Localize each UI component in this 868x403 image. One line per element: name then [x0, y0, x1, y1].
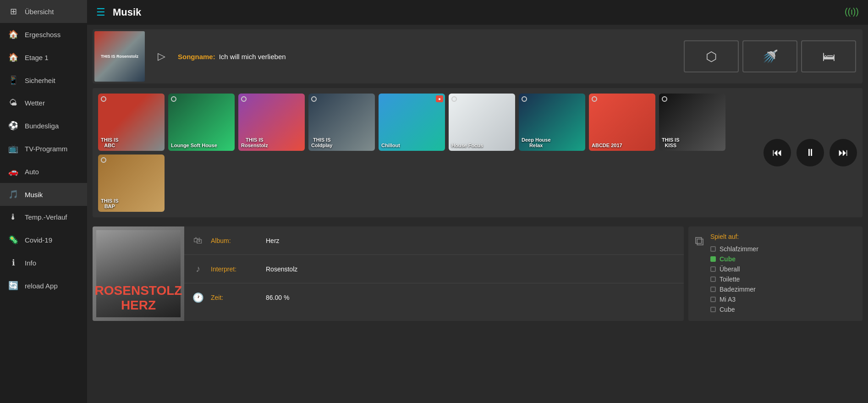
playlist-card-6[interactable]: Deep HouseRelax [519, 94, 585, 151]
playlist-card-4[interactable]: ●Chillout [379, 94, 445, 151]
spielt-room-3[interactable]: Toilette [710, 274, 856, 284]
spielt-room-6[interactable]: Cube [710, 304, 856, 315]
playlist-card-7[interactable]: ABCDE 2017 [589, 94, 655, 151]
transport-controls: ⏮ ⏸ ⏭ [764, 139, 857, 166]
playlist-card-8[interactable]: THIS ISKISS [659, 94, 725, 151]
page-title: Musik [113, 6, 141, 18]
sidebar-item-info[interactable]: ℹInfo [0, 251, 87, 274]
playlist-card-1[interactable]: Lounge Soft House [168, 94, 235, 151]
album-label: Album: [211, 237, 266, 244]
playlist-grid: THIS ISABCLounge Soft HouseTHIS ISRosens… [98, 94, 755, 212]
pause-button[interactable]: ⏸ [797, 139, 824, 166]
spielt-dot-4 [710, 287, 716, 292]
track-row-zeit: 🕐 Zeit: 86.00 % [184, 283, 684, 312]
track-cover: ROSENSTOLZ HERZ [93, 226, 184, 321]
sidebar-icon-11: ℹ [8, 258, 18, 268]
sidebar-item-musik[interactable]: 🎵Musik [0, 183, 87, 206]
spielt-list: SchlafzimmerCubeÜberallToiletteBadezimme… [710, 244, 856, 315]
spielt-dot-2 [710, 266, 716, 272]
header: ☰ Musik ((ι)) [87, 0, 868, 25]
interpret-value: Rosenstolz [266, 265, 297, 273]
playlist-card-5[interactable]: House Focus [449, 94, 515, 151]
track-details: 🛍 Album: Herz ♪ Interpret: Rosenstolz 🕐 … [184, 226, 684, 321]
track-info-card: ROSENSTOLZ HERZ 🛍 Album: Herz ♪ Interpre… [93, 226, 684, 321]
sidebar-icon-7: 🚗 [8, 166, 18, 177]
sidebar-item-reloadapp[interactable]: 🔄reload App [0, 274, 87, 297]
sidebar-item-wetter[interactable]: 🌤Wetter [0, 92, 87, 114]
interpret-label: Interpret: [211, 265, 266, 273]
spielt-room-1[interactable]: Cube [710, 254, 856, 264]
spielt-label: Spielt auf: [710, 233, 856, 240]
wifi-icon: ((ι)) [845, 6, 859, 17]
room-buttons: ⬡ 🚿 🛏 [684, 40, 856, 72]
spielt-room-5[interactable]: Mi A3 [710, 294, 856, 304]
playlist-card-3[interactable]: THIS ISColdplay [308, 94, 375, 151]
play-button[interactable]: ▷ [152, 47, 170, 66]
sidebar-item-sicherheit[interactable]: 📱Sicherheit [0, 69, 87, 92]
spielt-room-4[interactable]: Badezimmer [710, 284, 856, 294]
song-info: Songname: Ich will mich verlieben [178, 53, 676, 61]
sidebar-item-auto[interactable]: 🚗Auto [0, 160, 87, 183]
main-content: ☰ Musik ((ι)) THIS IS Rosenstolz ▷ Songn… [87, 0, 868, 403]
prev-button[interactable]: ⏮ [764, 139, 791, 166]
sidebar-icon-5: ⚽ [8, 121, 18, 131]
album-icon: 🛍 [192, 235, 204, 246]
spielt-dot-3 [710, 276, 716, 282]
sidebar-icon-1: 🏠 [8, 29, 18, 39]
sidebar-icon-6: 📺 [8, 144, 18, 154]
sidebar-item-tempverlauf[interactable]: 🌡Temp.-Verlauf [0, 206, 87, 228]
bottom-section: ROSENSTOLZ HERZ 🛍 Album: Herz ♪ Interpre… [93, 226, 863, 321]
spielt-auf-card: ⧉ Spielt auf: SchlafzimmerCubeÜberallToi… [688, 226, 863, 321]
sidebar-item-bersicht[interactable]: ⊞Übersicht [0, 0, 87, 23]
spielt-room-2[interactable]: Überall [710, 264, 856, 274]
spielt-content: Spielt auf: SchlafzimmerCubeÜberallToile… [710, 233, 856, 315]
album-value: Herz [266, 237, 280, 244]
music-note-icon: ♪ [192, 264, 204, 274]
track-row-interpret: ♪ Interpret: Rosenstolz [184, 255, 684, 283]
next-button[interactable]: ⏭ [830, 139, 857, 166]
sidebar-icon-3: 📱 [8, 75, 18, 85]
album-thumb-text: THIS IS Rosenstolz [101, 54, 138, 59]
room-btn-shower[interactable]: 🚿 [742, 40, 797, 72]
sidebar-icon-0: ⊞ [8, 6, 18, 17]
sidebar-item-tvprogramm[interactable]: 📺TV-Programm [0, 137, 87, 160]
zeit-value: 86.00 % [266, 294, 289, 301]
sidebar-icon-10: 🦠 [8, 235, 18, 245]
sidebar-item-ergeschoss[interactable]: 🏠Ergeschoss [0, 23, 87, 46]
sidebar: ⊞Übersicht🏠Ergeschoss🏠Etage 1📱Sicherheit… [0, 0, 87, 403]
spielt-dot-0 [710, 246, 716, 252]
spielt-room-0[interactable]: Schlafzimmer [710, 244, 856, 254]
clock-icon: 🕐 [192, 292, 204, 303]
song-label: Songname: [178, 53, 215, 61]
playlist-card-0[interactable]: THIS ISABC [98, 94, 165, 151]
spielt-dot-6 [710, 307, 716, 312]
sidebar-icon-9: 🌡 [8, 212, 18, 222]
sidebar-item-covid19[interactable]: 🦠Covid-19 [0, 228, 87, 251]
now-playing-bar: THIS IS Rosenstolz ▷ Songname: Ich will … [93, 29, 863, 83]
spielt-dot-1 [710, 256, 716, 262]
sidebar-item-bundesliga[interactable]: ⚽Bundesliga [0, 114, 87, 137]
track-row-album: 🛍 Album: Herz [184, 226, 684, 255]
sidebar-icon-4: 🌤 [8, 98, 18, 108]
room-btn-bed[interactable]: 🛏 [801, 40, 856, 72]
playlist-card-2[interactable]: THIS ISRosenstolz [238, 94, 305, 151]
sidebar-icon-8: 🎵 [8, 189, 18, 199]
current-album-art: THIS IS Rosenstolz [94, 31, 145, 82]
song-name: Ich will mich verlieben [219, 53, 286, 61]
sidebar-icon-2: 🏠 [8, 52, 18, 62]
sidebar-item-etage1[interactable]: 🏠Etage 1 [0, 46, 87, 69]
playlist-card-9[interactable]: THIS ISBAP [98, 155, 165, 212]
menu-icon[interactable]: ☰ [96, 6, 105, 18]
playlist-section: THIS ISABCLounge Soft HouseTHIS ISRosens… [93, 88, 863, 217]
room-btn-cube[interactable]: ⬡ [684, 40, 739, 72]
spielt-dot-5 [710, 297, 716, 302]
spielt-icon: ⧉ [695, 234, 704, 249]
zeit-label: Zeit: [211, 294, 266, 301]
sidebar-icon-12: 🔄 [8, 281, 18, 291]
